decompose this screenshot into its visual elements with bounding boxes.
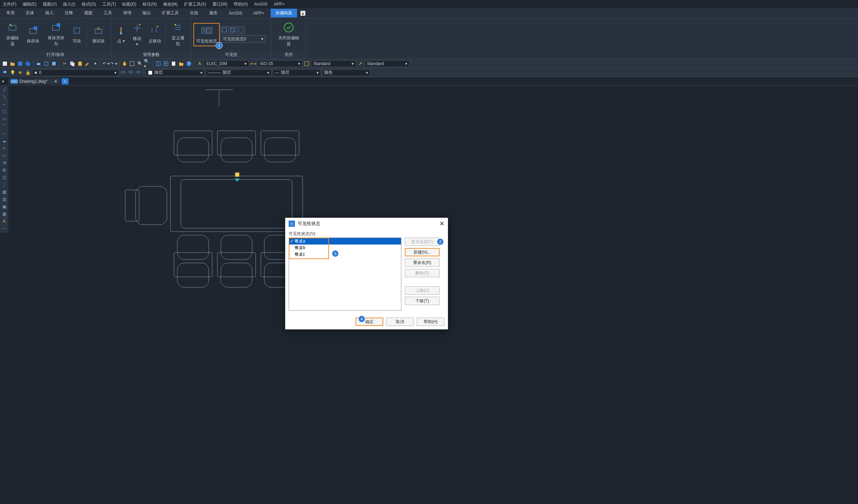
dialog-close-icon[interactable]: ✕ xyxy=(439,220,444,227)
tab-exttools[interactable]: 扩展工具 xyxy=(157,9,184,17)
hatch-icon[interactable]: ▦ xyxy=(1,189,8,195)
gradient-icon[interactable]: ▤ xyxy=(1,196,8,203)
save-icon[interactable] xyxy=(17,60,24,67)
tab-manage[interactable]: 管理 xyxy=(118,9,136,17)
arc-icon[interactable]: ⌒ xyxy=(1,123,8,130)
menu-help[interactable]: 帮助(H) xyxy=(234,1,248,7)
btn-visibility-state[interactable]: ! 可见性状态 1 xyxy=(194,24,219,46)
rect-icon[interactable]: ▭ xyxy=(1,115,8,122)
visibility-state-dropdown[interactable]: 可见性状态0▾ xyxy=(220,35,266,43)
color-dropdown[interactable]: 随层▾ xyxy=(146,69,205,76)
close-tab-icon[interactable]: ✕ xyxy=(54,79,57,84)
mleader-style-icon[interactable]: ↗ xyxy=(357,60,364,67)
sheet-icon[interactable] xyxy=(170,60,177,67)
light-icon[interactable]: 💡 xyxy=(9,69,16,76)
tab-insert[interactable]: 插入 xyxy=(40,9,58,17)
menu-edit[interactable]: 编辑(E) xyxy=(23,1,37,7)
text-style-icon[interactable]: A xyxy=(196,60,203,67)
freeze-icon[interactable]: ❄ xyxy=(17,69,24,76)
visibility-list[interactable]: ✓餐桌a 餐桌b 餐桌c xyxy=(289,238,401,311)
std2-dropdown[interactable]: Standard▾ xyxy=(364,60,410,67)
tab-service[interactable]: 服务 xyxy=(205,9,223,17)
tab-output[interactable]: 输出 xyxy=(138,9,156,17)
menu-view[interactable]: 视图(V) xyxy=(43,1,57,7)
vis-tool-3-icon[interactable] xyxy=(237,26,245,34)
print-icon[interactable] xyxy=(35,60,42,67)
layers-icon[interactable] xyxy=(1,69,8,76)
menu-tools[interactable]: 工具(T) xyxy=(102,1,116,7)
btn-test-block[interactable]: 测试块 xyxy=(89,24,108,46)
help-button[interactable]: 帮助(H) xyxy=(417,318,444,326)
layer-dropdown[interactable]: ■ 0▾ xyxy=(32,69,119,76)
btn-move[interactable]: 移动 ▾ xyxy=(129,21,145,48)
revcloud-icon[interactable]: ☁ xyxy=(1,137,8,144)
folder2-icon[interactable] xyxy=(178,60,185,67)
layer-state-icon[interactable] xyxy=(120,69,127,76)
menu-ext[interactable]: 扩展工具(X) xyxy=(184,1,206,7)
btn-write-block[interactable]: 写块 xyxy=(69,24,85,46)
print-preview-icon[interactable] xyxy=(43,60,50,67)
linetype-dropdown[interactable]: ——— 随层▾ xyxy=(206,69,272,76)
dim-style-dropdown[interactable]: ELEC_DIM▾ xyxy=(204,60,249,67)
help-icon[interactable]: ? xyxy=(185,60,192,67)
tab-view[interactable]: 视图 xyxy=(79,9,97,17)
iso-dropdown[interactable]: ISO-25▾ xyxy=(257,60,303,67)
zoom-window-icon[interactable] xyxy=(129,60,136,67)
spline-icon[interactable]: ∿ xyxy=(1,145,8,152)
dim-style-icon[interactable]: ⟷ xyxy=(250,60,257,67)
layer-iso-icon[interactable] xyxy=(135,69,142,76)
list-item[interactable]: 餐桌b xyxy=(289,245,401,251)
move-down-button[interactable]: 下移(T) xyxy=(405,297,440,305)
tab-arcgis[interactable]: ArcGIS xyxy=(224,9,247,17)
btn-save-block[interactable]: 保存块 xyxy=(23,24,42,46)
menu-dim[interactable]: 标注(N) xyxy=(143,1,157,7)
std1-dropdown[interactable]: Standard▾ xyxy=(311,60,356,67)
rename-button[interactable]: 重命名(R) xyxy=(405,258,440,267)
tab-online[interactable]: 在线 xyxy=(185,9,203,17)
insert-block-icon[interactable]: ⊞ xyxy=(1,167,8,174)
btn-close-block-editor[interactable]: 关闭块编辑器 xyxy=(274,21,303,48)
tab-blockeditor[interactable]: 块编辑器 xyxy=(271,9,297,17)
make-block-icon[interactable]: ◫ xyxy=(1,174,8,181)
layer-prev-icon[interactable] xyxy=(127,69,134,76)
tab-common[interactable]: 常用 xyxy=(1,9,19,17)
region-icon[interactable]: ▣ xyxy=(1,203,8,210)
menu-arcgis[interactable]: ArcGIS xyxy=(254,2,268,7)
table-icon[interactable] xyxy=(155,60,162,67)
menu-modify[interactable]: 修改(M) xyxy=(163,1,178,7)
cut-icon[interactable]: ✂ xyxy=(61,60,68,67)
point-tool-icon[interactable]: ⋮ xyxy=(1,181,8,188)
list-item[interactable]: ✓餐桌a xyxy=(289,238,401,245)
ellipse-icon[interactable]: ⬭ xyxy=(1,152,8,159)
new-button[interactable]: 新建(N)... xyxy=(405,248,440,256)
set-current-button[interactable]: 置为当前(C) xyxy=(405,238,440,246)
vis-tool-2-icon[interactable] xyxy=(229,26,236,34)
xline-icon[interactable]: ╲ xyxy=(1,94,8,101)
menu-draw[interactable]: 绘图(D) xyxy=(122,1,136,7)
move-up-button[interactable]: 上移(U) xyxy=(405,286,440,295)
redo-icon[interactable]: ↷ ▾ xyxy=(110,60,117,67)
table-tool-icon[interactable]: ▦ xyxy=(1,210,8,217)
nav-left-icon[interactable]: ▾ xyxy=(2,79,4,84)
table-style-icon[interactable] xyxy=(303,60,310,67)
menu-appplus[interactable]: APP+ xyxy=(274,2,284,7)
tab-annotate[interactable]: 注释 xyxy=(60,9,78,17)
list-item[interactable]: 餐桌c xyxy=(289,251,401,258)
undo-icon[interactable]: ↶ ▾ xyxy=(103,60,110,67)
ribbon-collapse-icon[interactable]: ▴ xyxy=(300,11,305,16)
menu-file[interactable]: 文件(F) xyxy=(3,1,16,7)
document-tab[interactable]: DWG Drawing1.dwg* ✕ xyxy=(8,78,60,85)
line-icon[interactable]: ╱ xyxy=(1,86,8,93)
tab-tools[interactable]: 工具 xyxy=(99,9,117,17)
btn-define-attr[interactable]: 定义属性 xyxy=(168,21,188,48)
mtext-icon[interactable]: A xyxy=(1,218,8,225)
vis-tool-1-icon[interactable] xyxy=(220,26,228,34)
pan-icon[interactable]: ✋ xyxy=(121,60,128,67)
plotcolor-dropdown[interactable]: 随色▾ xyxy=(322,69,370,76)
cancel-button[interactable]: 取消 xyxy=(386,318,414,326)
grid-icon[interactable] xyxy=(162,60,169,67)
menu-insert[interactable]: 插入(I) xyxy=(63,1,75,7)
new-icon[interactable] xyxy=(1,60,8,67)
saveall-icon[interactable] xyxy=(24,60,31,67)
delete-button[interactable]: 删除(D) xyxy=(405,269,440,277)
